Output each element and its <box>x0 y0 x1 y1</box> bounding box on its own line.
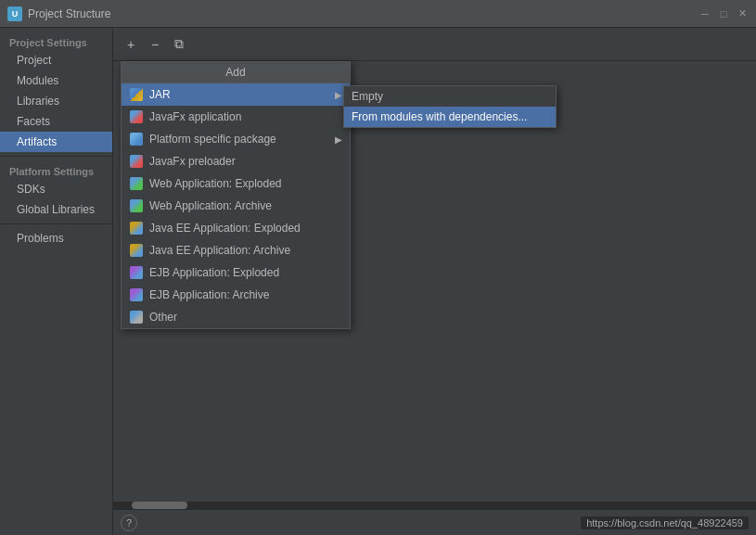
jar-submenu-empty[interactable]: Empty <box>344 86 556 107</box>
platform-settings-label: Platform Settings <box>0 160 112 179</box>
submenu-arrow-platform: ▶ <box>335 134 342 145</box>
menu-item-ejb-archive[interactable]: EJB Application: Archive <box>122 284 350 306</box>
window-title: Project Structure <box>28 7 698 20</box>
menu-item-javafx-preloader[interactable]: JavaFx preloader <box>122 150 350 172</box>
menu-item-web-archive[interactable]: Web Application: Archive <box>122 195 350 217</box>
minimize-button[interactable]: ─ <box>698 7 711 20</box>
title-bar: U Project Structure ─ □ ✕ <box>0 0 756 28</box>
jar-icon <box>129 87 144 102</box>
sidebar-item-sdks[interactable]: SDKs <box>0 179 112 199</box>
javaee-exploded-icon <box>129 221 144 236</box>
maximize-button[interactable]: □ <box>717 7 730 20</box>
web-archive-icon <box>129 198 144 213</box>
menu-item-web-exploded[interactable]: Web Application: Exploded <box>122 172 350 195</box>
url-hint: https://blog.csdn.net/qq_48922459 <box>581 516 749 529</box>
ejb-exploded-icon <box>129 265 144 280</box>
horizontal-scrollbar[interactable] <box>113 502 756 509</box>
sidebar-divider-2 <box>0 223 112 224</box>
javafx-icon <box>129 109 144 124</box>
bottom-bar: ? https://blog.csdn.net/qq_48922459 <box>113 509 756 535</box>
sidebar-item-project[interactable]: Project <box>0 50 112 70</box>
javaee-archive-icon <box>129 243 144 258</box>
remove-button[interactable]: − <box>145 34 165 55</box>
close-button[interactable]: ✕ <box>736 7 749 20</box>
add-menu-header: Add <box>122 62 350 83</box>
jar-submenu-from-modules[interactable]: From modules with dependencies... <box>344 107 556 127</box>
add-button[interactable]: + <box>121 34 141 55</box>
javafx-preloader-icon <box>129 154 144 169</box>
project-settings-label: Project Settings <box>0 32 112 50</box>
sidebar-item-facets[interactable]: Facets <box>0 111 112 132</box>
sidebar-item-modules[interactable]: Modules <box>0 70 112 91</box>
ejb-archive-icon <box>129 287 144 302</box>
main-content: Add JAR ▶ JavaFx applicat <box>113 61 756 502</box>
web-exploded-icon <box>129 176 144 191</box>
menu-item-platform-package[interactable]: Platform specific package ▶ <box>122 128 350 150</box>
platform-icon <box>129 132 144 146</box>
help-button[interactable]: ? <box>121 515 137 531</box>
copy-button[interactable]: ⧉ <box>169 34 189 55</box>
menu-item-jar[interactable]: JAR ▶ <box>122 83 350 106</box>
sidebar-divider <box>0 156 112 157</box>
menu-item-other[interactable]: Other <box>122 306 350 328</box>
menu-item-javaee-archive[interactable]: Java EE Application: Archive <box>122 239 350 261</box>
window-controls: ─ □ ✕ <box>698 7 749 20</box>
sidebar-item-problems[interactable]: Problems <box>0 228 112 248</box>
menu-item-ejb-exploded[interactable]: EJB Application: Exploded <box>122 261 350 284</box>
add-menu[interactable]: Add JAR ▶ JavaFx applicat <box>121 61 351 329</box>
scrollbar-thumb[interactable] <box>132 502 187 509</box>
sidebar-item-artifacts[interactable]: Artifacts <box>0 132 112 152</box>
sidebar-item-libraries[interactable]: Libraries <box>0 91 112 111</box>
menu-item-javaee-exploded[interactable]: Java EE Application: Exploded <box>122 217 350 239</box>
sidebar: Project Settings Project Modules Librari… <box>0 28 113 535</box>
content-area: + − ⧉ Add JAR ▶ <box>113 28 756 535</box>
other-icon <box>129 310 144 325</box>
menu-item-javafx[interactable]: JavaFx application <box>122 106 350 128</box>
submenu-arrow-jar: ▶ <box>335 90 342 100</box>
toolbar: + − ⧉ <box>113 28 756 61</box>
main-layout: Project Settings Project Modules Librari… <box>0 28 756 535</box>
sidebar-item-global-libraries[interactable]: Global Libraries <box>0 199 112 220</box>
app-icon: U <box>7 6 22 21</box>
jar-submenu[interactable]: Empty From modules with dependencies... <box>343 85 557 128</box>
